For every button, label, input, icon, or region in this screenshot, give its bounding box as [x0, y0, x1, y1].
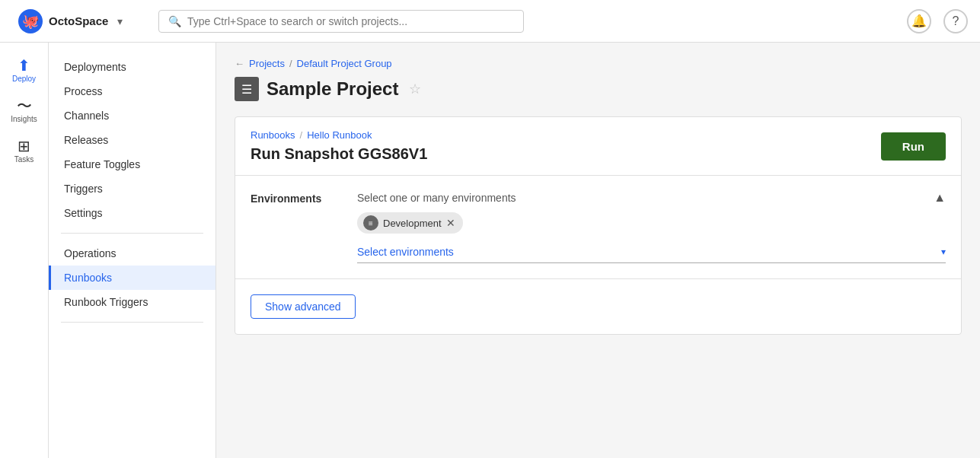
page-title: Sample Project	[267, 78, 398, 100]
nav-item-settings[interactable]: Settings	[49, 201, 215, 225]
collapse-icon[interactable]: ▲	[934, 191, 946, 205]
search-input[interactable]	[187, 15, 514, 27]
nav-item-process[interactable]: Process	[49, 79, 215, 103]
top-nav: 🐙 OctoSpace ▾ 🔍 🔔 ?	[0, 0, 980, 43]
breadcrumb-group-link[interactable]: Default Project Group	[297, 58, 392, 69]
sidebar-insights-label: Insights	[11, 116, 37, 123]
search-icon: 🔍	[168, 15, 181, 27]
app-layout: ⬆ Deploy 〜 Insights ⊞ Tasks Deployments …	[0, 43, 980, 458]
help-button[interactable]: ?	[943, 9, 968, 33]
brand-name: OctoSpace	[49, 14, 108, 27]
env-select-dropdown[interactable]: Select environments ▾	[357, 241, 946, 263]
chevron-down-icon: ▾	[117, 15, 123, 27]
sidebar-icons: ⬆ Deploy 〜 Insights ⊞ Tasks	[0, 43, 49, 458]
env-right: Select one or many environments ▲ ≡ Deve…	[357, 191, 946, 263]
env-row: Environments Select one or many environm…	[251, 191, 946, 263]
run-title: Run Snapshot GGS86V1	[251, 145, 427, 163]
run-card: Runbooks / Hello Runbook Run Snapshot GG…	[235, 116, 962, 335]
nav-item-releases[interactable]: Releases	[49, 128, 215, 152]
project-icon: ☰	[235, 77, 259, 101]
back-arrow-icon: ←	[235, 58, 244, 69]
env-tags: ≡ Development ✕	[357, 212, 946, 234]
nav-item-triggers[interactable]: Triggers	[49, 177, 215, 201]
run-card-title-area: Runbooks / Hello Runbook Run Snapshot GG…	[251, 129, 427, 163]
sidebar-deploy-label: Deploy	[12, 75, 36, 83]
nav-item-runbook-triggers[interactable]: Runbook Triggers	[49, 290, 215, 314]
search-bar[interactable]: 🔍	[158, 10, 524, 33]
env-tag-remove-button[interactable]: ✕	[446, 218, 455, 228]
card-header: Runbooks / Hello Runbook Run Snapshot GG…	[235, 117, 961, 176]
page-title-row: ☰ Sample Project ☆	[235, 77, 962, 101]
advanced-section: Show advanced	[235, 279, 961, 334]
run-breadcrumb: Runbooks / Hello Runbook	[251, 129, 427, 141]
deploy-icon: ⬆	[18, 58, 30, 73]
env-select-placeholder: Select environments	[357, 246, 941, 258]
tasks-icon: ⊞	[18, 138, 30, 154]
nav-item-channels[interactable]: Channels	[49, 103, 215, 128]
run-button[interactable]: Run	[881, 132, 946, 161]
env-select-label: Select one or many environments	[357, 192, 516, 204]
nav-item-deployments[interactable]: Deployments	[49, 55, 215, 79]
env-tag-development: ≡ Development ✕	[357, 212, 463, 234]
nav-item-runbooks[interactable]: Runbooks	[49, 266, 215, 290]
env-tag-name: Development	[383, 218, 442, 229]
nav-divider	[61, 233, 203, 234]
show-advanced-button[interactable]: Show advanced	[251, 294, 356, 319]
notifications-button[interactable]: 🔔	[907, 9, 931, 33]
breadcrumb-projects-link[interactable]: Projects	[249, 58, 285, 69]
sidebar-item-deploy[interactable]: ⬆ Deploy	[3, 52, 46, 89]
breadcrumb: ← Projects / Default Project Group	[235, 58, 962, 69]
sidebar-item-insights[interactable]: 〜 Insights	[3, 92, 46, 129]
dropdown-arrow-icon: ▾	[941, 246, 946, 257]
run-breadcrumb-sep: /	[300, 129, 303, 141]
brand-dropdown[interactable]: 🐙 OctoSpace ▾	[12, 6, 149, 37]
octopus-logo: 🐙	[18, 9, 43, 33]
sidebar-item-tasks[interactable]: ⊞ Tasks	[3, 132, 46, 170]
nav-item-operations[interactable]: Operations	[49, 241, 215, 266]
nav-divider-2	[61, 322, 203, 323]
left-nav: Deployments Process Channels Releases Fe…	[49, 43, 216, 458]
breadcrumb-separator: /	[289, 58, 292, 69]
environments-label: Environments	[251, 191, 342, 205]
insights-icon: 〜	[17, 98, 32, 113]
favorite-icon[interactable]: ☆	[409, 81, 421, 97]
environments-section: Environments Select one or many environm…	[235, 176, 961, 279]
runbooks-breadcrumb-link[interactable]: Runbooks	[251, 129, 295, 141]
nav-item-feature-toggles[interactable]: Feature Toggles	[49, 152, 215, 177]
hello-runbook-breadcrumb-link[interactable]: Hello Runbook	[307, 129, 372, 141]
main-content: ← Projects / Default Project Group ☰ Sam…	[216, 43, 980, 458]
sidebar-tasks-label: Tasks	[14, 156, 34, 164]
nav-icons: 🔔 ?	[907, 9, 968, 33]
env-header-row: Select one or many environments ▲	[357, 191, 946, 205]
env-tag-icon: ≡	[363, 215, 378, 231]
